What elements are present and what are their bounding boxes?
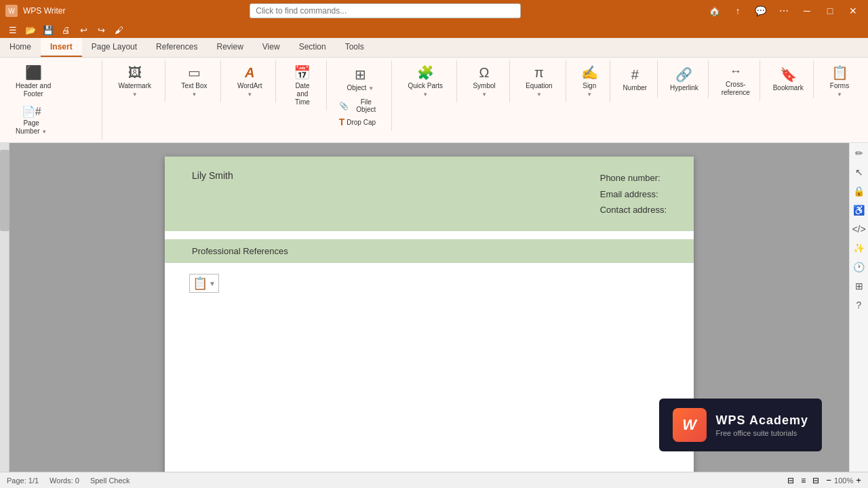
maximize-btn[interactable]: □ — [821, 3, 840, 18]
group-crossref: ↔ Cross-reference — [711, 60, 760, 101]
tab-insert[interactable]: Insert — [41, 38, 82, 57]
history-icon-btn[interactable]: 🕐 — [852, 260, 867, 274]
paste-button[interactable]: 📋 ▼ — [189, 274, 219, 293]
watermark-btn[interactable]: 🖼 Watermark ▼ — [111, 62, 159, 101]
textbox-icon: ▭ — [188, 64, 201, 81]
web-view-btn[interactable]: ⊟ — [812, 476, 819, 485]
paste-icon: 📋 — [193, 276, 208, 291]
group-symbol: Ω Symbol ▼ — [460, 60, 510, 102]
bookmark-btn[interactable]: 🔖 Bookmark — [768, 62, 808, 97]
group-datetime: 📅 Date andTime — [279, 60, 326, 110]
more-btn[interactable]: ⋯ — [774, 3, 793, 18]
page-number-btn[interactable]: 📄# PageNumber ▼ — [11, 102, 52, 138]
number-icon: # — [631, 66, 639, 83]
print-btn[interactable]: 🖨 — [58, 23, 73, 37]
tab-references[interactable]: References — [146, 38, 207, 57]
document-body[interactable]: 📋 ▼ — [165, 263, 694, 399]
group-hyperlink: 🔗 Hyperlink — [660, 60, 709, 98]
wps-academy-banner: W WPS Academy Free office suite tutorial… — [659, 399, 822, 451]
bookmark-icon: 🔖 — [780, 66, 797, 83]
ribbon-content: ⬛ Header andFooter 📄# PageNumber ▼ 🖼 Wat… — [0, 58, 868, 142]
person-name: Lily Smith — [192, 170, 233, 181]
equation-icon: π — [534, 64, 544, 81]
share-btn[interactable]: ↑ — [728, 3, 747, 18]
header-footer-icon: ⬛ — [25, 64, 42, 81]
section-divider — [165, 231, 694, 239]
header-content: Lily Smith Phone number: Email address: … — [192, 170, 667, 218]
section-header: Professional References — [165, 239, 694, 263]
group-watermark: 🖼 Watermark ▼ — [105, 60, 165, 102]
hyperlink-btn[interactable]: 🔗 Hyperlink — [665, 62, 703, 97]
left-scrollbar[interactable] — [0, 143, 9, 472]
accessibility-icon-btn[interactable]: ♿ — [852, 203, 867, 218]
code-icon-btn[interactable]: </> — [852, 222, 867, 237]
group-sign: ✍ Sign ▼ — [569, 60, 610, 102]
app-title: WPS Writer — [23, 6, 65, 16]
zoom-in-btn[interactable]: + — [856, 475, 861, 485]
object-btn[interactable]: ⊞ Object ▼ — [342, 62, 378, 97]
page-number-icon: 📄# — [22, 105, 41, 118]
cursor-icon-btn[interactable]: ↖ — [852, 165, 867, 180]
textbox-btn[interactable]: ▭ Text Box ▼ — [174, 62, 216, 101]
sign-btn[interactable]: ✍ Sign ▼ — [574, 62, 604, 101]
word-count: Words: 0 — [50, 476, 79, 485]
magic-icon-btn[interactable]: ✨ — [852, 241, 867, 256]
group-equation: π Equation ▼ — [513, 60, 567, 102]
layout-icon-btn[interactable]: ⊞ — [852, 279, 867, 293]
open-btn[interactable]: 📂 — [23, 23, 38, 37]
read-view-btn[interactable]: ≡ — [801, 476, 806, 485]
layout-view-btn[interactable]: ⊟ — [787, 476, 794, 485]
tab-section[interactable]: Section — [290, 38, 336, 57]
help-icon-btn[interactable]: ? — [852, 298, 867, 312]
tab-page-layout[interactable]: Page Layout — [82, 38, 146, 57]
zoom-level: 100% — [834, 476, 853, 485]
paint-btn[interactable]: 🖌 — [111, 23, 126, 37]
tab-view[interactable]: View — [253, 38, 290, 57]
ribbon: Home Insert Page Layout References Revie… — [0, 38, 868, 143]
redo-btn[interactable]: ↪ — [94, 23, 108, 37]
group-forms: 📋 Forms ▼ — [816, 60, 863, 102]
address-row: Contact address: — [600, 202, 667, 218]
pencil-icon-btn[interactable]: ✏ — [852, 146, 867, 161]
comment-btn[interactable]: 💬 — [751, 3, 770, 18]
spell-check[interactable]: Spell Check — [90, 476, 130, 485]
lock-icon-btn[interactable]: 🔒 — [852, 184, 867, 199]
status-bar: Page: 1/1 Words: 0 Spell Check ⊟ ≡ ⊟ − 1… — [0, 472, 868, 488]
minimize-btn[interactable]: ─ — [797, 3, 816, 18]
save-btn[interactable]: 💾 — [41, 23, 56, 37]
wordart-btn[interactable]: A WordArt ▼ — [229, 62, 270, 101]
tab-home[interactable]: Home — [0, 38, 41, 57]
watermark-icon: 🖼 — [128, 64, 142, 81]
zoom-out-btn[interactable]: − — [826, 475, 831, 485]
menu-btn[interactable]: ☰ — [5, 23, 20, 37]
group-object: ⊞ Object ▼ 📎 File Object T Drop Cap — [330, 60, 392, 131]
symbol-btn[interactable]: Ω Symbol ▼ — [465, 62, 504, 101]
dropcap-icon: T — [339, 117, 345, 127]
sign-icon: ✍ — [581, 64, 598, 81]
undo-btn[interactable]: ↩ — [76, 23, 91, 37]
group-quickparts: 🧩 Quick Parts ▼ — [395, 60, 457, 102]
tab-tools[interactable]: Tools — [336, 38, 374, 57]
group-wordart: A WordArt ▼ — [224, 60, 276, 102]
dropcap-btn[interactable]: T Drop Cap — [335, 115, 386, 129]
forms-btn[interactable]: 📋 Forms ▼ — [822, 62, 857, 101]
number-btn[interactable]: # Number — [618, 62, 652, 97]
window-controls: 🏠 ↑ 💬 ⋯ ─ □ ✕ — [705, 3, 863, 18]
header-footer-btn[interactable]: ⬛ Header andFooter — [11, 62, 56, 101]
crossref-btn[interactable]: ↔ Cross-reference — [717, 62, 755, 100]
status-right: ⊟ ≡ ⊟ − 100% + — [787, 475, 861, 485]
search-input[interactable] — [250, 3, 521, 18]
close-btn[interactable]: ✕ — [844, 3, 863, 18]
wps-icon-btn[interactable]: 🏠 — [705, 3, 724, 18]
object-icon: ⊞ — [355, 66, 366, 83]
quickparts-btn[interactable]: 🧩 Quick Parts ▼ — [400, 62, 451, 101]
datetime-btn[interactable]: 📅 Date andTime — [284, 62, 320, 109]
file-object-btn[interactable]: 📎 File Object — [335, 98, 386, 113]
section-title: Professional References — [192, 246, 288, 256]
tab-review[interactable]: Review — [207, 38, 252, 57]
group-number: # Number — [613, 60, 658, 98]
paste-dropdown-arrow[interactable]: ▼ — [209, 280, 216, 287]
equation-btn[interactable]: π Equation ▼ — [518, 62, 561, 101]
document-area[interactable]: Lily Smith Phone number: Email address: … — [9, 143, 849, 472]
title-bar: W WPS Writer 🏠 ↑ 💬 ⋯ ─ □ ✕ — [0, 0, 868, 22]
